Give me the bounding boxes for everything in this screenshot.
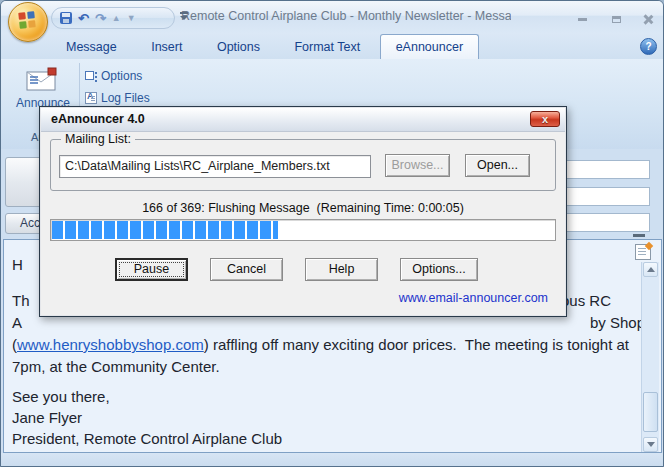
dialog-close-button[interactable]: x — [530, 111, 560, 127]
down-arrow-icon[interactable]: ▼ — [127, 12, 136, 25]
save-icon[interactable] — [60, 12, 72, 24]
window-title: Remote Control Airplane Club - Monthly N… — [181, 9, 511, 23]
progress-status-text: 166 of 369: Flushing Message (Remaining … — [40, 201, 566, 215]
log-files-icon — [85, 92, 97, 104]
dialog-title: eAnnouncer 4.0 — [51, 112, 145, 126]
popout-icon[interactable] — [635, 244, 651, 260]
vertical-scrollbar[interactable] — [641, 262, 659, 452]
body-line-fragment: by Shop — [590, 314, 645, 331]
body-greeting: H — [12, 256, 23, 273]
orb-square-green — [19, 21, 27, 29]
email-announcer-link[interactable]: www.email-announcer.com — [399, 291, 548, 305]
orb-square-red — [18, 12, 26, 20]
body-closing: See you there, — [12, 388, 110, 405]
options-icon — [85, 70, 97, 82]
mailing-list-path-field[interactable]: C:\Data\Mailing Lists\RC_Airplane_Member… — [59, 155, 371, 178]
close-icon — [643, 14, 653, 24]
log-files-label: Log Files — [101, 91, 150, 105]
maximize-button[interactable] — [607, 11, 625, 27]
outlook-message-window: Remote Control Airplane Club - Monthly N… — [0, 0, 664, 467]
body-line: Th — [12, 292, 30, 309]
scroll-down-icon — [647, 442, 655, 447]
body-signer-title: President, Remote Control Airplane Club — [12, 430, 282, 447]
ribbon-options-button[interactable]: Options — [85, 66, 142, 86]
scroll-down-button[interactable] — [643, 437, 658, 452]
tab-insert[interactable]: Insert — [136, 35, 197, 60]
orb-square-blue — [27, 11, 35, 19]
redo-icon[interactable]: ↷ — [95, 12, 106, 25]
dialog-options-button[interactable]: Options... — [400, 258, 478, 281]
quick-access-toolbar: ↶ ↷ ▲ ▼ — [51, 7, 175, 29]
link-suffix: ) raffling off many exciting door prices… — [204, 336, 629, 353]
pause-button[interactable]: Pause — [115, 258, 188, 281]
up-arrow-icon[interactable]: ▲ — [112, 12, 121, 25]
tab-format-text[interactable]: Format Text — [279, 35, 375, 60]
maximize-icon — [612, 16, 621, 23]
mailing-list-label: Mailing List: — [61, 132, 135, 146]
close-button[interactable] — [639, 11, 657, 27]
orb-square-orange — [28, 20, 36, 28]
window-bottom-strip — [1, 453, 663, 467]
envelope-icon — [24, 67, 58, 93]
customize-qat-icon[interactable] — [179, 11, 191, 25]
log-files-button[interactable]: Log Files — [85, 88, 150, 108]
progress-bar — [50, 219, 556, 241]
titlebar: Remote Control Airplane Club - Monthly N… — [1, 1, 663, 33]
splitter-handle[interactable] — [633, 234, 645, 237]
ribbon-options-label: Options — [101, 69, 142, 83]
eannouncer-dialog: eAnnouncer 4.0 x Mailing List: C:\Data\M… — [39, 106, 567, 317]
office-logo-icon — [18, 11, 36, 29]
tab-message[interactable]: Message — [51, 35, 132, 60]
progress-fill — [52, 221, 278, 239]
dialog-titlebar[interactable]: eAnnouncer 4.0 x — [41, 108, 565, 132]
open-button[interactable]: Open... — [465, 154, 530, 177]
body-signer: Jane Flyer — [12, 409, 82, 426]
minimize-button[interactable] — [573, 11, 591, 27]
help-button[interactable]: ? — [640, 38, 657, 55]
scroll-thumb[interactable] — [643, 392, 658, 432]
customize-qat-chevron — [180, 16, 188, 20]
tab-eannouncer[interactable]: eAnnouncer — [380, 34, 479, 60]
body-line: 7pm, at the Community Center. — [12, 358, 220, 375]
scroll-up-button[interactable] — [643, 262, 658, 277]
customize-qat-bar — [180, 12, 188, 14]
cancel-button[interactable]: Cancel — [210, 258, 283, 281]
dialog-help-button[interactable]: Help — [305, 258, 378, 281]
browse-button: Browse... — [385, 154, 450, 177]
body-line: A — [12, 314, 22, 331]
body-line-fragment: ous RC — [561, 292, 611, 309]
ribbon-tabs: Message Insert Options Format Text eAnno… — [51, 34, 479, 59]
undo-icon[interactable]: ↶ — [78, 12, 89, 25]
henryshobbyshop-link[interactable]: www.henryshobbyshop.com — [17, 336, 204, 353]
scroll-up-icon — [647, 267, 655, 272]
body-line: (www.henryshobbyshop.com) raffling off m… — [12, 336, 629, 353]
minimize-icon — [578, 18, 587, 21]
tab-options[interactable]: Options — [202, 35, 275, 60]
office-button[interactable] — [8, 2, 48, 42]
